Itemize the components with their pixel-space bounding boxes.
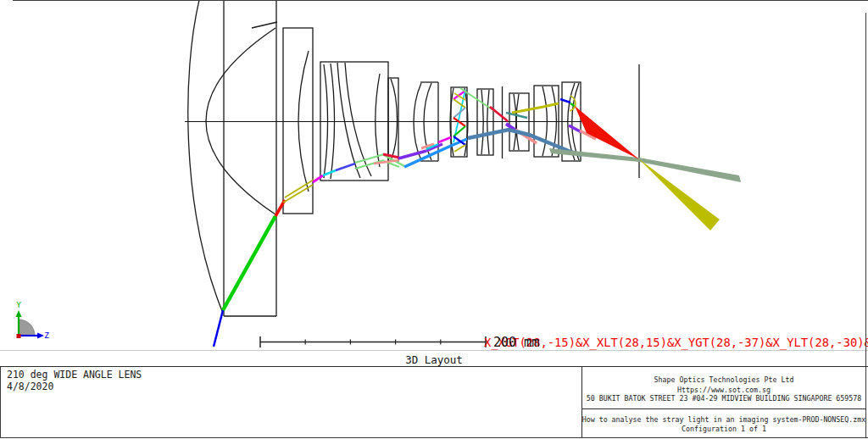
stray-light-annotation: X_XGT(28,-15)&X_XLT(28,15)&X_YGT(28,-37)… — [484, 336, 868, 350]
orientation-sector — [19, 320, 35, 336]
ray-magenta-segment — [313, 175, 323, 182]
layout-window: X_XGT(28,-15)&X_XLT(28,15)&X_YGT(28,-37)… — [0, 0, 868, 439]
title-block-top-border — [0, 366, 868, 367]
file-name: How to analyse the stray light in an ima… — [581, 415, 866, 425]
window-border-right — [865, 13, 866, 437]
lens-element-4 — [388, 78, 398, 161]
window-border-top — [13, 0, 868, 1]
ray-crimson-1 — [383, 154, 399, 158]
ray-olive-pair-a — [283, 185, 313, 203]
y-axis-label: Y — [16, 300, 21, 309]
layout-title: 3D Layout — [405, 353, 463, 366]
scale-bar — [260, 336, 486, 347]
ray-entrance-blue — [214, 310, 223, 347]
ray-dome-green — [223, 216, 275, 310]
lens-date: 4/8/2020 — [7, 381, 53, 392]
window-border-bottom — [0, 437, 868, 438]
lens-element-dome — [188, 0, 277, 316]
lens-title: 210 deg WIDE ANGLE LENS — [7, 370, 142, 381]
window-border-left — [0, 366, 1, 437]
origin-marker — [17, 334, 21, 338]
company-name: Shape Optics Technologies Pte Ltd — [581, 375, 866, 385]
scale-bar-label: 200 mm — [493, 335, 539, 350]
z-axis-label: Z — [44, 331, 49, 340]
ray-crimson-2 — [490, 107, 508, 121]
ray-blue-violet-segment — [336, 164, 355, 170]
lens-element-2 — [283, 28, 313, 214]
inner-frame-line — [0, 350, 868, 351]
configuration-label: Configuration 1 of 1 — [581, 425, 866, 434]
orientation-indicator: Y Z — [16, 300, 50, 340]
ray-olive-pair-b — [285, 180, 314, 197]
ray-dark-yellow-band — [512, 103, 559, 113]
lens-elements — [188, 0, 639, 316]
ray-magenta-2 — [438, 137, 451, 142]
company-website: Https://www.sot.com.sg — [581, 386, 866, 395]
layout-viewport[interactable]: X_XGT(28,-15)&X_XLT(28,15)&X_YGT(28,-37)… — [0, 0, 868, 366]
title-block-horizontal-divider — [581, 408, 866, 409]
company-address: 50 BUKIT BATOK STREET 23 #04-29 MIDVIEW … — [581, 394, 866, 403]
